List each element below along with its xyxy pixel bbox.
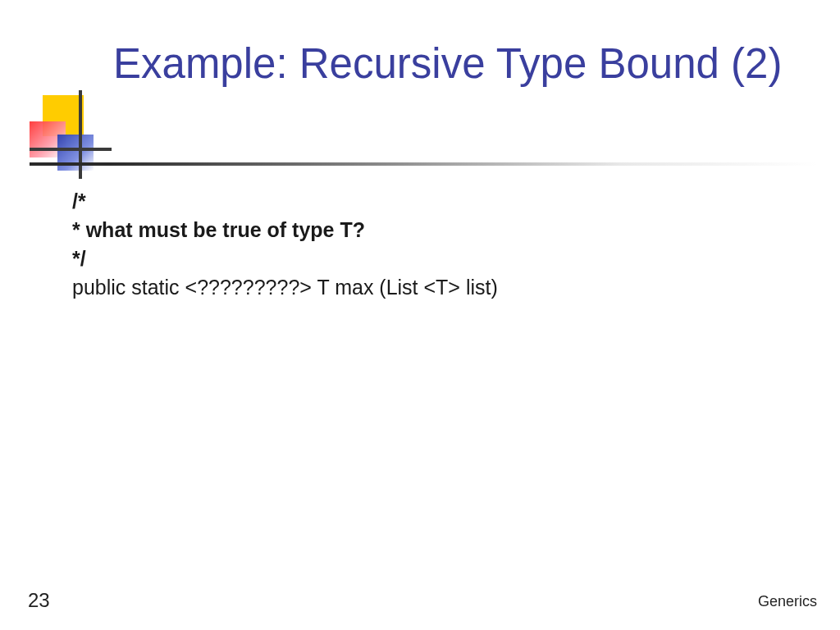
title-underline bbox=[30, 162, 817, 166]
comment-line: * what must be true of type T? bbox=[72, 216, 794, 244]
slide-body: /* * what must be true of type T? */ pub… bbox=[72, 187, 794, 302]
footer-label: Generics bbox=[758, 593, 817, 610]
comment-close: */ bbox=[72, 244, 794, 273]
page-number: 23 bbox=[28, 589, 50, 612]
slide-title: Example: Recursive Type Bound (2) bbox=[113, 38, 786, 90]
code-line: public static <?????????> T max (List <T… bbox=[72, 273, 794, 302]
slide: Example: Recursive Type Bound (2) /* * w… bbox=[0, 0, 840, 630]
comment-open: /* bbox=[72, 187, 794, 216]
horizontal-line-icon bbox=[30, 148, 112, 151]
title-decoration bbox=[30, 90, 112, 180]
